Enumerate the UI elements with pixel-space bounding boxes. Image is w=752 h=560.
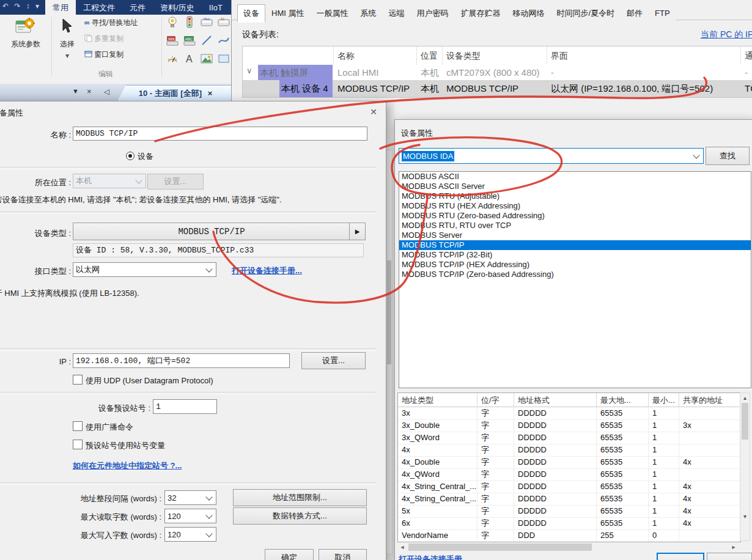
name-input[interactable]: MODBUS TCP/IP — [73, 127, 367, 141]
sysparam-tab[interactable]: 时间同步/夏令时 — [550, 4, 621, 23]
max-write-combobox[interactable]: 120 — [164, 527, 216, 542]
background-scrollbar[interactable] — [386, 150, 393, 554]
interval-combobox[interactable]: 32 — [164, 490, 216, 505]
tab-main-window[interactable]: 10 - 主画面 [全部] × — [117, 85, 234, 101]
open-device-manual-link[interactable]: 打开设备连接手册... — [232, 265, 302, 276]
ribbon-tab[interactable]: 元件 — [122, 0, 153, 17]
select-dropdown-caret-icon[interactable]: ▾ — [54, 51, 81, 60]
table-row[interactable]: 4x_String_Central_...字DDDDD6553514x — [398, 481, 740, 493]
scroll-left-icon[interactable]: ◂ — [399, 543, 406, 550]
address-range-button[interactable]: 地址范围限制... — [233, 489, 367, 506]
sysparam-tab[interactable]: 系统 — [354, 4, 382, 23]
traffic-light-icon[interactable] — [183, 16, 196, 28]
table-row-selected[interactable]: 本机 设备 4MODBUS TCP/IP本机MODBUS TCP/IP以太网 (… — [243, 80, 752, 97]
sysparam-tab[interactable]: 移动网络 — [506, 4, 550, 23]
find-replace-address-command[interactable]: ∞ 寻找/替换地址 — [84, 18, 138, 28]
location-settings-button[interactable]: 设置... — [147, 174, 204, 190]
key-button-icon[interactable]: Hbd — [201, 16, 213, 28]
text-tool-icon[interactable]: A — [183, 53, 196, 65]
broadcast-checkbox[interactable] — [73, 421, 83, 431]
address-type-table[interactable]: 地址类型位/字地址格式最大地...最小...共享的地址3x字DDDDD65535… — [397, 392, 741, 542]
listbox-item[interactable]: MODBUS ASCII — [399, 172, 751, 182]
station-variable-checkbox[interactable] — [73, 440, 83, 449]
search-button[interactable]: 查找 — [706, 147, 750, 165]
sysparam-tab[interactable]: FTP — [649, 5, 676, 21]
panel-close-icon[interactable]: × — [87, 87, 92, 96]
ribbon-tab[interactable]: 资料/历史 — [153, 0, 202, 17]
udp-checkbox[interactable] — [73, 375, 83, 385]
listbox-item[interactable]: MODBUS RTU (HEX Addressing) — [399, 201, 751, 211]
quick-access-toolbar[interactable]: ↶ ↷ ↕ ▾ — [2, 2, 41, 10]
ascii-display-icon[interactable]: ABC — [183, 34, 196, 46]
device-list-table[interactable]: 名称位置设备类型界面通讯协议∨本机 触摸屏Local HMI本机cMT2079X… — [242, 46, 752, 98]
table-row[interactable]: ∨本机 触摸屏Local HMI本机cMT2079X (800 x 480)-- — [243, 65, 752, 80]
current-pc-ip-link[interactable]: 当前 PC 的 IP 信息 — [701, 29, 752, 40]
table-row[interactable]: 4x_Double字DDDDD6553514x — [398, 456, 740, 469]
sysparam-tab[interactable]: HMI 属性 — [265, 4, 310, 23]
table-row[interactable]: 3x_QWord字DDDDD655351 — [398, 432, 740, 444]
panel-caret-icon[interactable]: ▼ — [72, 87, 79, 95]
table-row[interactable]: 3x字DDDDD655351 — [398, 407, 740, 420]
system-parameters-button[interactable]: 系统参数 — [4, 16, 48, 77]
listbox-item[interactable]: MODBUS RTU, RTU over TCP — [399, 221, 751, 230]
table-row[interactable]: 4x字DDDDD655351 — [398, 444, 740, 457]
table-row[interactable]: 3x_Double字DDDDD6553513x — [398, 419, 740, 432]
key-button-2-icon[interactable]: 12 — [218, 16, 230, 28]
sysparam-tab[interactable]: 设备 — [237, 4, 265, 23]
line-tool-icon[interactable] — [201, 34, 213, 46]
bulb-icon[interactable] — [166, 16, 179, 28]
sysparam-tab[interactable]: 扩展存贮器 — [454, 4, 506, 23]
scroll-right-icon[interactable]: ▸ — [730, 543, 737, 550]
listbox-item[interactable]: MODBUS Server — [399, 230, 751, 240]
table-row[interactable]: 4x_String_Central_...字DDDDD6553514x — [398, 493, 740, 506]
listbox-item[interactable]: MODBUS TCP/IP (Zero-based Addressing) — [399, 270, 751, 279]
ok-button[interactable]: 确定 — [265, 549, 314, 560]
picker-cancel-button[interactable] — [707, 553, 752, 560]
default-station-input[interactable]: 1 — [153, 399, 217, 414]
ip-settings-button[interactable]: 设置... — [301, 352, 366, 369]
rect-tool-icon[interactable] — [218, 53, 230, 65]
sysparam-tab[interactable]: 用户密码 — [410, 4, 454, 23]
ribbon-tab[interactable]: 工程文件 — [76, 0, 122, 17]
meter-icon[interactable] — [166, 53, 179, 65]
close-icon[interactable]: ✕ — [367, 106, 380, 118]
ribbon-tab[interactable]: 常用 — [45, 0, 76, 17]
table-row[interactable]: 6x字DDDDD6553514x — [398, 517, 740, 530]
picker-ok-button[interactable] — [657, 553, 704, 560]
listbox-item[interactable]: MODBUS RTU (Zero-based Addressing) — [399, 211, 751, 221]
ip-input[interactable]: 192.168.0.100, 端口号=502 — [73, 353, 290, 368]
table-horizontal-scrollbar[interactable]: ◂ ▸ — [397, 542, 740, 552]
scroll-down-icon[interactable]: ▾ — [740, 513, 750, 520]
tree-expand-icon[interactable]: ∨ — [246, 66, 253, 75]
sysparam-tab[interactable]: 远端 — [382, 4, 410, 23]
max-read-combobox[interactable]: 120 — [164, 509, 216, 523]
table-row[interactable]: 5x字DDDDD6553514x — [398, 505, 740, 518]
picture-tool-icon[interactable] — [201, 53, 213, 65]
listbox-item[interactable]: MODBUS RTU (Adjustable) — [399, 191, 751, 201]
scroll-up-icon[interactable]: ▴ — [740, 394, 750, 401]
listbox-item[interactable]: MODBUS TCP/IP (32-Bit) — [399, 250, 751, 260]
station-help-link[interactable]: 如何在元件地址中指定站号 ?... — [73, 460, 182, 471]
location-combobox[interactable]: 本机 — [73, 174, 146, 188]
table-row[interactable]: VendorName字DDD2550 — [398, 529, 740, 542]
sysparam-tab[interactable]: 一般属性 — [310, 4, 354, 23]
multi-copy-command[interactable]: 多重复制 — [84, 34, 123, 44]
listbox-item-selected[interactable]: MODBUS TCP/IP — [399, 240, 751, 250]
device-search-combobox[interactable]: MODBUS IDA — [399, 148, 704, 164]
open-device-manual-link[interactable]: 打开设备连接手册... — [399, 554, 469, 560]
device-type-button[interactable]: MODBUS TCP/IP — [73, 223, 350, 240]
ribbon-tab[interactable]: IIoT — [202, 1, 230, 15]
sysparam-tab[interactable]: 邮件 — [621, 4, 649, 23]
table-row[interactable]: 4x_QWord字DDDDD655351 — [398, 468, 740, 481]
window-copy-command[interactable]: 窗口复制 — [84, 50, 123, 60]
data-conversion-button[interactable]: 数据转换方式... — [233, 507, 367, 525]
cancel-button[interactable]: 取消 — [319, 549, 367, 560]
device-type-listbox[interactable]: MODBUS ASCIIMODBUS ASCII ServerMODBUS RT… — [399, 171, 751, 388]
numeric-display-icon[interactable]: 999 — [166, 34, 179, 46]
listbox-item[interactable]: MODBUS ASCII Server — [399, 182, 751, 191]
tab-close-icon[interactable]: × — [208, 89, 213, 98]
curve-tool-icon[interactable] — [218, 34, 230, 46]
listbox-item[interactable]: MODBUS TCP/IP (HEX Addressing) — [399, 260, 751, 270]
tab-scroll-left-icon[interactable]: ◁ — [104, 87, 109, 96]
table-vertical-scrollbar[interactable]: ▴ ▾ — [740, 392, 750, 541]
